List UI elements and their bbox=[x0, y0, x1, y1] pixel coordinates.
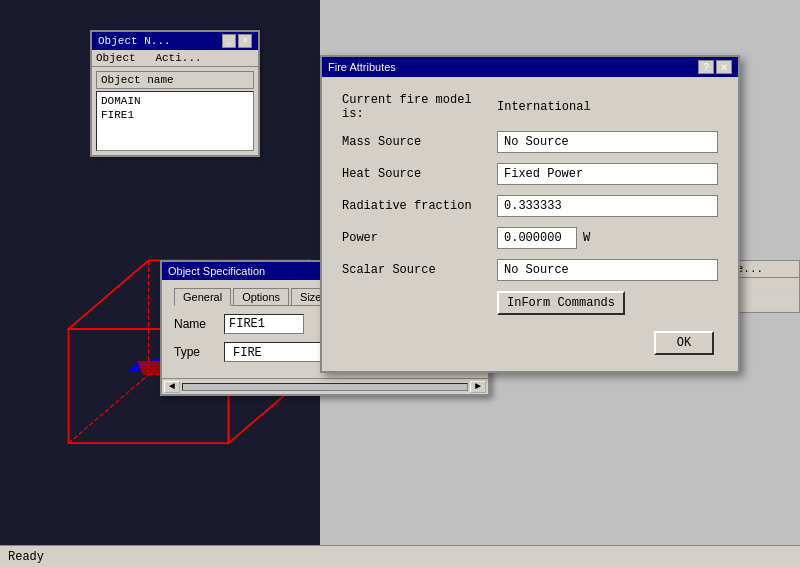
svg-marker-13 bbox=[128, 361, 139, 372]
mass-source-label: Mass Source bbox=[342, 135, 497, 149]
fire-attr-dialog: Fire Attributes ? ✕ Current fire model i… bbox=[320, 55, 740, 373]
radiative-fraction-row: Radiative fraction bbox=[342, 195, 718, 217]
mass-source-input-container bbox=[497, 131, 718, 153]
fire-attr-titlebar: Fire Attributes ? ✕ bbox=[322, 57, 738, 77]
minimize-btn[interactable]: _ bbox=[222, 34, 236, 48]
scalar-source-label: Scalar Source bbox=[342, 263, 497, 277]
tab-options[interactable]: Options bbox=[233, 288, 289, 305]
object-navigator-title: Object N... bbox=[98, 35, 171, 47]
mass-source-input[interactable] bbox=[497, 131, 718, 153]
power-input-row: W bbox=[497, 227, 590, 249]
heat-source-input-container bbox=[497, 163, 718, 185]
close-btn[interactable]: ✕ bbox=[716, 60, 732, 74]
fire-model-value: International bbox=[497, 100, 718, 114]
status-text: Ready bbox=[8, 550, 44, 564]
power-unit: W bbox=[583, 231, 590, 245]
power-input[interactable] bbox=[497, 227, 577, 249]
titlebar-buttons: ? ✕ bbox=[698, 60, 732, 74]
status-bar: Ready bbox=[0, 545, 800, 567]
help-btn[interactable]: ? bbox=[698, 60, 714, 74]
scalar-source-row: Scalar Source bbox=[342, 259, 718, 281]
radiative-fraction-input-container bbox=[497, 195, 718, 217]
fire-model-row: Current fire model is: International bbox=[342, 93, 718, 121]
obj-nav-item-domain[interactable]: DOMAIN bbox=[99, 94, 251, 108]
fire-attr-ok-button[interactable]: OK bbox=[654, 331, 714, 355]
power-row: Power W bbox=[342, 227, 718, 249]
heat-source-label: Heat Source bbox=[342, 167, 497, 181]
scrollbar-track[interactable] bbox=[182, 383, 468, 391]
mass-source-row: Mass Source bbox=[342, 131, 718, 153]
heat-source-row: Heat Source bbox=[342, 163, 718, 185]
menu-object[interactable]: Object bbox=[96, 52, 136, 64]
object-navigator-titlebar: Object N... _ × bbox=[92, 32, 258, 50]
obj-spec-title: Object Specification bbox=[168, 265, 265, 277]
object-navigator-panel: Object N... _ × Object Acti... Object na… bbox=[90, 30, 260, 157]
object-navigator-menubar: Object Acti... bbox=[92, 50, 258, 67]
menu-acti[interactable]: Acti... bbox=[155, 52, 201, 64]
name-input[interactable] bbox=[224, 314, 304, 334]
radiative-fraction-label: Radiative fraction bbox=[342, 199, 497, 213]
radiative-fraction-input[interactable] bbox=[497, 195, 718, 217]
scroll-right-btn[interactable]: ► bbox=[470, 381, 486, 393]
inform-row: InForm Commands bbox=[342, 291, 718, 315]
svg-line-3 bbox=[69, 375, 149, 444]
fire-attr-content: Current fire model is: International Mas… bbox=[322, 77, 738, 371]
obj-nav-item-fire1[interactable]: FIRE1 bbox=[99, 108, 251, 122]
name-label: Name bbox=[174, 317, 224, 331]
obj-nav-table-header: Object name bbox=[96, 71, 254, 89]
obj-nav-list: DOMAIN FIRE1 bbox=[96, 91, 254, 151]
heat-source-input[interactable] bbox=[497, 163, 718, 185]
fire-attr-title: Fire Attributes bbox=[328, 61, 396, 73]
scrollbar-h[interactable]: ◄ ► bbox=[162, 378, 488, 394]
fire-attr-buttons: OK bbox=[342, 331, 718, 355]
scalar-source-input-container bbox=[497, 259, 718, 281]
power-label: Power bbox=[342, 231, 497, 245]
scroll-left-btn[interactable]: ◄ bbox=[164, 381, 180, 393]
close-btn[interactable]: × bbox=[238, 34, 252, 48]
tab-general[interactable]: General bbox=[174, 288, 231, 306]
fire-model-label: Current fire model is: bbox=[342, 93, 497, 121]
inform-commands-button[interactable]: InForm Commands bbox=[497, 291, 625, 315]
type-label: Type bbox=[174, 345, 224, 359]
scalar-source-input[interactable] bbox=[497, 259, 718, 281]
